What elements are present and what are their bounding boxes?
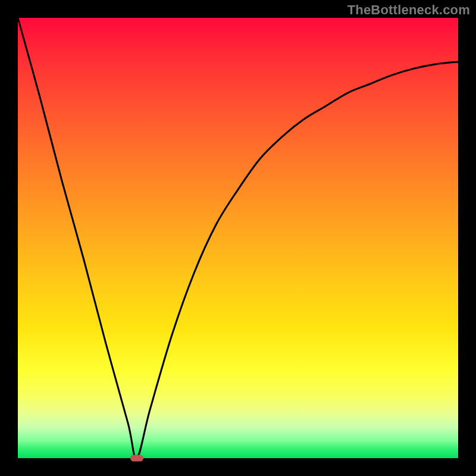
watermark-text: TheBottleneck.com [347, 2, 470, 18]
plot-area [18, 18, 458, 458]
minimum-marker [130, 455, 143, 462]
bottleneck-curve [18, 18, 458, 458]
curve-layer [18, 18, 458, 458]
chart-frame: TheBottleneck.com [0, 0, 476, 476]
